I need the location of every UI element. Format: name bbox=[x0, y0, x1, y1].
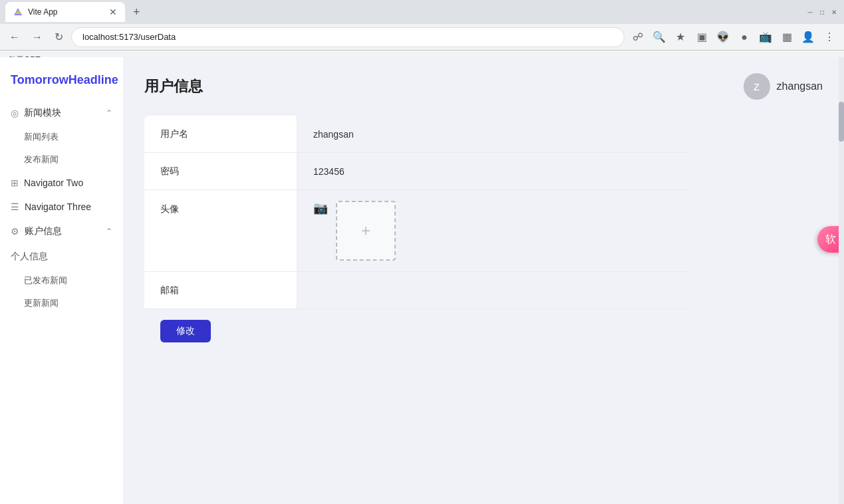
sidebar-label-account: 账户信息 bbox=[25, 225, 100, 237]
label-email: 邮箱 bbox=[144, 272, 297, 309]
form-card: 用户名 zhangsan 密码 123456 头像 📷 + 邮箱 bbox=[144, 116, 690, 353]
browser-toolbar: ← → ↻ localhost:5173/userData ☍ 🔍 ★ ▣ 👽 … bbox=[0, 24, 844, 51]
tab-title: Vite App bbox=[28, 7, 104, 17]
value-avatar: 📷 + bbox=[297, 190, 690, 271]
translate-icon[interactable]: ☍ bbox=[629, 28, 647, 47]
sidebar-item-account[interactable]: ⚙ 账户信息 ⌃ bbox=[0, 219, 123, 244]
upload-box[interactable]: + bbox=[336, 201, 396, 261]
vite-tab-icon bbox=[13, 7, 23, 17]
address-bar[interactable]: localhost:5173/userData bbox=[71, 27, 625, 47]
sidebar-item-news-module[interactable]: ◎ 新闻模块 ⌃ bbox=[0, 100, 123, 126]
value-username: zhangsan bbox=[297, 116, 690, 152]
reload-button[interactable]: ↻ bbox=[51, 28, 67, 46]
value-email bbox=[297, 272, 690, 309]
location-icon: ◎ bbox=[11, 108, 19, 118]
tab-close-button[interactable]: ✕ bbox=[109, 7, 117, 17]
sidebar-item-navigator-two[interactable]: ⊞ Navigator Two bbox=[0, 171, 123, 195]
label-avatar: 头像 bbox=[144, 190, 297, 271]
extension2-icon[interactable]: 👽 bbox=[714, 28, 732, 47]
maximize-button[interactable]: □ bbox=[817, 7, 827, 17]
form-row-username: 用户名 zhangsan bbox=[144, 116, 690, 153]
button-row: 修改 bbox=[144, 309, 690, 353]
new-tab-button[interactable]: + bbox=[128, 3, 146, 22]
extension1-icon[interactable]: ▣ bbox=[692, 28, 711, 47]
form-row-password: 密码 123456 bbox=[144, 153, 690, 190]
profile-icon[interactable]: 👤 bbox=[799, 28, 817, 47]
app-container: TomorrowHeadline ◎ 新闻模块 ⌃ 新闻列表 发布新闻 ⊞ Na… bbox=[0, 57, 844, 504]
page-header: 用户信息 z zhangsan bbox=[144, 73, 823, 100]
user-info-header: z zhangsan bbox=[744, 73, 823, 100]
sidebar-brand: TomorrowHeadline bbox=[0, 68, 123, 100]
minimize-button[interactable]: ─ bbox=[805, 7, 815, 17]
avatar: z bbox=[744, 73, 770, 100]
extensions-icon[interactable]: ▦ bbox=[777, 28, 796, 47]
username-display: zhangsan bbox=[777, 80, 823, 92]
label-username: 用户名 bbox=[144, 116, 297, 152]
sidebar-label-news: 新闻模块 bbox=[24, 107, 100, 119]
chevron-up-icon-account: ⌃ bbox=[106, 227, 112, 236]
grid-icon: ⊞ bbox=[11, 178, 19, 188]
sidebar-sub-personal[interactable]: 个人信息 bbox=[0, 244, 123, 269]
sidebar-item-publish-news[interactable]: 发布新闻 bbox=[0, 148, 123, 171]
plus-icon: + bbox=[361, 221, 370, 240]
broken-image-icon: 📷 bbox=[313, 201, 328, 215]
sidebar-item-news-list[interactable]: 新闻列表 bbox=[0, 126, 123, 148]
bookmark-icon[interactable]: ★ bbox=[671, 28, 690, 47]
scrollbar-track bbox=[839, 57, 844, 504]
sidebar: TomorrowHeadline ◎ 新闻模块 ⌃ 新闻列表 发布新闻 ⊞ Na… bbox=[0, 57, 123, 504]
menu-icon[interactable]: ⋮ bbox=[820, 28, 839, 47]
sidebar-sub-update-news[interactable]: 更新新闻 bbox=[0, 292, 123, 315]
gear-icon: ⚙ bbox=[11, 226, 19, 237]
sidebar-item-navigator-three[interactable]: ☰ Navigator Three bbox=[0, 195, 123, 219]
label-password: 密码 bbox=[144, 153, 297, 189]
extension3-icon[interactable]: ● bbox=[735, 28, 754, 47]
modify-button[interactable]: 修改 bbox=[160, 320, 211, 342]
toolbar-icons: ☍ 🔍 ★ ▣ 👽 ● 📺 ▦ 👤 ⋮ bbox=[629, 28, 839, 47]
page-title: 用户信息 bbox=[144, 76, 203, 96]
address-text: localhost:5173/userData bbox=[82, 32, 176, 42]
form-row-email: 邮箱 bbox=[144, 272, 690, 309]
scrollbar-thumb[interactable] bbox=[839, 102, 844, 142]
sidebar-label-nav2: Navigator Two bbox=[24, 178, 112, 188]
value-password: 123456 bbox=[297, 153, 690, 189]
extension4-icon[interactable]: 📺 bbox=[756, 28, 775, 47]
sidebar-sub-published[interactable]: 已发布新闻 bbox=[0, 269, 123, 292]
sidebar-label-nav3: Navigator Three bbox=[25, 201, 112, 212]
main-content: 用户信息 z zhangsan 用户名 zhangsan 密码 123456 头… bbox=[123, 57, 844, 504]
window-controls: ─ □ ✕ bbox=[805, 7, 839, 17]
close-button[interactable]: ✕ bbox=[829, 7, 839, 17]
form-row-avatar: 头像 📷 + bbox=[144, 190, 690, 272]
doc-icon: ☰ bbox=[11, 201, 19, 212]
zoom-icon[interactable]: 🔍 bbox=[650, 28, 668, 47]
forward-button[interactable]: → bbox=[28, 29, 47, 46]
chevron-up-icon: ⌃ bbox=[106, 108, 112, 118]
back-button[interactable]: ← bbox=[5, 29, 24, 46]
browser-tab[interactable]: Vite App ✕ bbox=[5, 2, 125, 22]
